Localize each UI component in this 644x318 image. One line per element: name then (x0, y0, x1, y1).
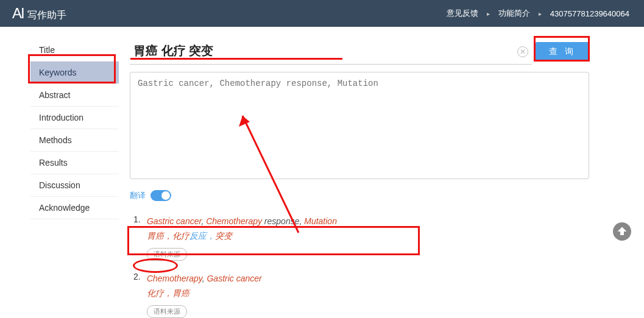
sidebar-item-title[interactable]: Title (30, 39, 119, 62)
arrow-up-circle-icon (611, 221, 633, 242)
result-english: Chemotherapy, Gastric cancer (147, 272, 262, 285)
sidebar-item-methods[interactable]: Methods (30, 129, 119, 152)
main-panel: ✕ 查 询 翻译 1. Gastric cancer, Chemotherapy… (119, 27, 644, 318)
result-english: Gastric cancer, Chemotherapy response, M… (147, 214, 337, 228)
result-chinese: 化疗，胃癌 (147, 286, 262, 300)
sidebar: Title Keywords Abstract Introduction Met… (0, 27, 119, 318)
sidebar-item-acknowledge[interactable]: Acknowledge (30, 197, 119, 219)
result-number: 2. (133, 272, 144, 281)
scroll-top-button[interactable] (611, 221, 633, 245)
clear-icon[interactable]: ✕ (517, 46, 528, 57)
sidebar-item-introduction[interactable]: Introduction (30, 107, 119, 129)
sidebar-item-results[interactable]: Results (30, 152, 119, 174)
app-header: AI 写作助手 意见反馈 ▸ 功能简介 ▸ 430757781239640064 (0, 0, 644, 27)
result-item: 1. Gastric cancer, Chemotherapy response… (130, 214, 589, 261)
header-link-feedback[interactable]: 意见反馈 (444, 8, 481, 19)
header-link-userid[interactable]: 430757781239640064 (548, 9, 632, 18)
output-textarea[interactable] (130, 72, 589, 179)
header-link-features[interactable]: 功能简介 (496, 8, 533, 19)
source-button[interactable]: 语料来源 (147, 248, 187, 261)
search-input[interactable] (130, 39, 532, 64)
sidebar-item-abstract[interactable]: Abstract (30, 84, 119, 107)
source-button[interactable]: 语料来源 (147, 305, 187, 318)
logo-product-text: 写作助手 (27, 9, 66, 22)
sidebar-item-discussion[interactable]: Discussion (30, 174, 119, 197)
result-chinese: 胃癌，化疗反应，突变 (147, 229, 337, 242)
search-box: ✕ (130, 39, 532, 65)
result-number: 1. (133, 214, 144, 224)
translate-toggle[interactable] (150, 190, 171, 201)
header-separator: ▸ (539, 10, 542, 17)
sidebar-item-keywords[interactable]: Keywords (30, 62, 119, 84)
query-button[interactable]: 查 询 (536, 42, 589, 62)
header-right: 意见反馈 ▸ 功能简介 ▸ 430757781239640064 (444, 8, 632, 19)
result-item: 2. Chemotherapy, Gastric cancer 化疗，胃癌 语料… (130, 272, 589, 318)
app-logo: AI 写作助手 (12, 5, 66, 22)
header-separator: ▸ (487, 10, 490, 17)
results-list: 1. Gastric cancer, Chemotherapy response… (130, 214, 589, 318)
logo-ai-text: AI (12, 5, 24, 22)
translate-label: 翻译 (130, 190, 146, 201)
